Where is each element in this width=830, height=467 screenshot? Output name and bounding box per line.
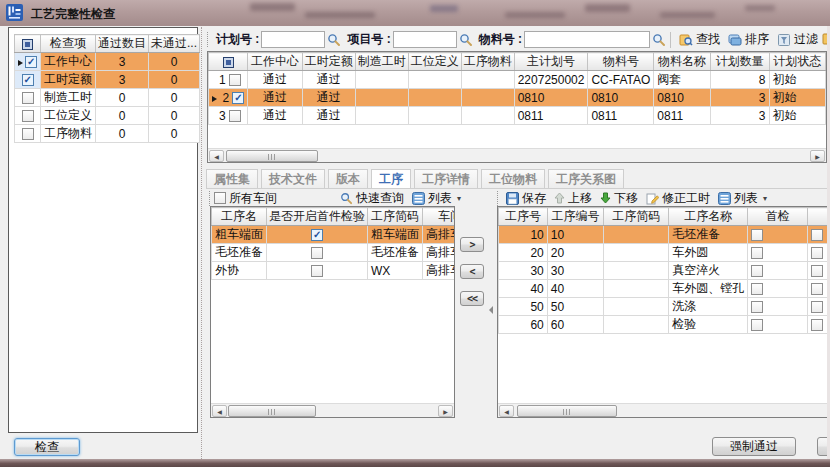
row-checkbox[interactable] — [22, 110, 34, 122]
check-button[interactable]: 检查 — [14, 438, 80, 456]
plan-row[interactable]: 3 通过 通过 0811 0811 0811 3 初始 — [209, 107, 826, 125]
first-inspect-checkbox[interactable] — [751, 229, 763, 241]
filter-button[interactable]: 过滤 — [775, 30, 820, 49]
first-check-checkbox[interactable] — [311, 247, 323, 259]
column-header[interactable]: 首检 — [748, 208, 808, 226]
selected-horizontal-scrollbar[interactable]: ◀ — [498, 403, 830, 417]
scroll-thumb[interactable] — [226, 150, 318, 162]
toolbar-grip[interactable] — [497, 191, 500, 206]
first-inspect-checkbox[interactable] — [751, 283, 763, 295]
project-number-input[interactable] — [393, 31, 457, 48]
op-row[interactable]: 60 60 检验 — [499, 316, 830, 334]
column-header[interactable]: 工序号 — [499, 208, 548, 226]
op-row[interactable]: 外协 WX 高排车间 — [212, 262, 456, 280]
plan-search-icon[interactable] — [327, 31, 341, 48]
row-checkbox[interactable] — [232, 92, 244, 104]
list-view-button[interactable]: 列表 ▾ — [410, 189, 463, 208]
op-row[interactable]: 30 30 真空淬火 — [499, 262, 830, 280]
panel-splitter[interactable] — [201, 27, 204, 459]
first-check-checkbox[interactable] — [311, 265, 323, 277]
tab-process-relation[interactable]: 工序关系图 — [548, 169, 624, 188]
column-header[interactable]: 未通过... — [149, 35, 200, 53]
quick-query-button[interactable]: 快速查询 — [338, 189, 406, 208]
op-row[interactable]: 20 20 车外圆 — [499, 244, 830, 262]
first-inspect-checkbox[interactable] — [751, 247, 763, 259]
column-header[interactable]: 工序编号 — [547, 208, 603, 226]
check-row[interactable]: 工作中心 3 0 — [15, 53, 200, 71]
column-header[interactable]: 通过数目 — [96, 35, 149, 53]
first-inspect-checkbox[interactable] — [751, 301, 763, 313]
column-header[interactable]: 物料名称 — [654, 53, 710, 71]
tab-version[interactable]: 版本 — [328, 169, 368, 188]
column-header[interactable]: 主计划号 — [514, 53, 588, 71]
column-header[interactable]: 计划数量 — [710, 53, 769, 71]
column-header[interactable]: 工序名 — [212, 208, 267, 226]
op-row[interactable]: 10 10 毛坯准备 — [499, 226, 830, 244]
column-header[interactable]: 工作中心 — [248, 53, 302, 71]
find-button[interactable]: 查找 — [677, 30, 722, 49]
tab-process[interactable]: 工序 — [371, 169, 411, 188]
check-row[interactable]: 工时定额 3 0 — [15, 71, 200, 89]
toolbar-grip[interactable] — [209, 191, 212, 206]
row-checkbox[interactable] — [811, 265, 823, 277]
first-inspect-checkbox[interactable] — [751, 319, 763, 331]
move-right-button[interactable]: > — [460, 237, 484, 252]
row-checkbox[interactable] — [22, 74, 34, 86]
row-checkbox[interactable] — [22, 92, 34, 104]
all-workshops-checkbox[interactable] — [214, 192, 226, 204]
op-row[interactable]: 50 50 洗涤 — [499, 298, 830, 316]
select-all-header[interactable] — [209, 53, 248, 71]
select-all-header[interactable] — [15, 35, 41, 53]
column-header[interactable]: 车间 — [423, 208, 456, 226]
scroll-left-button[interactable]: ◀ — [209, 150, 224, 162]
column-header[interactable]: 工序简码 — [604, 208, 669, 226]
row-checkbox[interactable] — [811, 247, 823, 259]
tab-station-material[interactable]: 工位物料 — [481, 169, 545, 188]
sort-button[interactable]: 排序 — [726, 30, 771, 49]
list-view-button[interactable]: 列表 ▾ — [716, 189, 769, 208]
first-check-checkbox[interactable] — [311, 229, 323, 241]
row-checkbox[interactable] — [229, 74, 241, 86]
column-header[interactable]: 工序名称 — [669, 208, 748, 226]
tab-process-detail[interactable]: 工序详情 — [414, 169, 478, 188]
column-header[interactable]: 工序简码 — [368, 208, 423, 226]
move-left-button[interactable]: < — [460, 264, 484, 279]
material-number-input[interactable] — [524, 31, 650, 48]
scroll-left-button[interactable]: ◀ — [499, 405, 514, 417]
column-header[interactable]: 物料号 — [588, 53, 654, 71]
move-down-button[interactable]: 下移 — [598, 189, 640, 208]
row-checkbox[interactable] — [811, 319, 823, 331]
column-header[interactable]: 工序物料 — [461, 53, 514, 71]
column-header[interactable]: 制造工时 — [355, 53, 408, 71]
column-header[interactable]: 工位定义 — [408, 53, 461, 71]
plan-horizontal-scrollbar[interactable]: ◀ ▶ — [208, 148, 826, 162]
force-pass-button[interactable]: 强制通过 — [712, 437, 796, 456]
row-checkbox[interactable] — [22, 128, 34, 140]
row-checkbox[interactable] — [811, 229, 823, 241]
available-horizontal-scrollbar[interactable]: ◀ ▶ — [211, 403, 454, 417]
check-row[interactable]: 制造工时 0 0 — [15, 89, 200, 107]
row-checkbox[interactable] — [25, 56, 37, 68]
fix-hours-button[interactable]: 修正工时 — [644, 189, 712, 208]
op-row[interactable]: 40 40 车外圆、镗孔 — [499, 280, 830, 298]
move-up-button[interactable]: 上移 — [552, 189, 594, 208]
plan-number-input[interactable] — [261, 31, 325, 48]
scroll-left-button[interactable]: ◀ — [212, 405, 227, 417]
row-checkbox[interactable] — [229, 110, 241, 122]
scroll-right-button[interactable]: ▶ — [810, 150, 825, 162]
tab-tech-files[interactable]: 技术文件 — [261, 169, 325, 188]
scroll-right-button[interactable]: ▶ — [438, 405, 453, 417]
row-checkbox[interactable] — [811, 301, 823, 313]
plan-row[interactable]: 2 通过 通过 0810 0810 0810 3 初始 — [209, 89, 826, 107]
check-row[interactable]: 工序物料 0 0 — [15, 125, 200, 143]
scroll-thumb[interactable] — [228, 405, 316, 417]
titlebar[interactable]: 工艺完整性检查 — [0, 0, 830, 26]
op-row[interactable]: 粗车端面 粗车端面 高排车间 — [212, 226, 456, 244]
move-all-left-button[interactable]: << — [460, 291, 484, 306]
row-checkbox[interactable] — [811, 283, 823, 295]
scroll-thumb[interactable] — [517, 405, 617, 417]
column-header[interactable]: 检查项 — [41, 35, 96, 53]
first-inspect-checkbox[interactable] — [751, 265, 763, 277]
toolbar-grip[interactable] — [207, 32, 208, 47]
check-row[interactable]: 工位定义 0 0 — [15, 107, 200, 125]
